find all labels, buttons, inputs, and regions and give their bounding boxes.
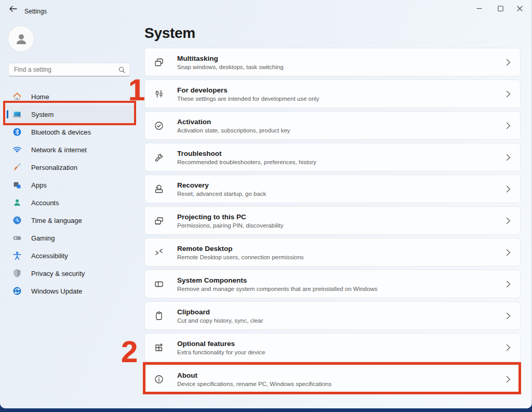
sidebar-item-windows-update[interactable]: Windows Update <box>4 282 136 300</box>
minimize-icon <box>476 6 482 11</box>
multitasking-icon <box>153 56 165 69</box>
developers-icon <box>153 88 165 100</box>
card-title: Recovery <box>177 181 506 189</box>
privacy-security-icon <box>12 269 22 278</box>
card-for-developers[interactable]: For developers These settings are intend… <box>144 79 521 108</box>
sidebar-item-label: Personalization <box>31 164 77 171</box>
sidebar-item-label: Windows Update <box>31 287 82 295</box>
chevron-right-icon <box>506 122 511 129</box>
chevron-right-icon <box>506 249 511 256</box>
card-system-components[interactable]: System Components Remove and manage syst… <box>144 270 521 298</box>
user-avatar-icon <box>14 31 29 47</box>
projecting-icon <box>153 215 165 227</box>
close-icon <box>517 6 523 11</box>
sidebar-item-label: Bluetooth & devices <box>31 128 91 136</box>
card-subtitle: Recommended troubleshooters, preferences… <box>177 159 506 165</box>
card-title: System Components <box>177 276 506 284</box>
card-subtitle: Extra functionality for your device <box>177 349 506 355</box>
sidebar-item-apps[interactable]: Apps <box>4 176 136 194</box>
sidebar-item-label: Time & language <box>31 217 82 224</box>
optional-features-icon <box>153 341 165 354</box>
sidebar-item-network-internet[interactable]: Network & internet <box>4 141 136 158</box>
chevron-right-icon <box>506 185 511 193</box>
windows-update-icon <box>12 286 22 296</box>
sidebar-item-label: Accessibility <box>31 252 68 260</box>
clipboard-icon <box>153 310 165 322</box>
card-subtitle: Reset, advanced startup, go back <box>177 191 506 197</box>
apps-icon <box>12 180 22 190</box>
chevron-right-icon <box>506 344 511 351</box>
card-title: Projecting to this PC <box>177 213 506 221</box>
card-subtitle: Activation state, subscriptions, product… <box>177 127 506 134</box>
remote-desktop-icon <box>153 246 165 259</box>
page-title: System <box>144 25 195 42</box>
sidebar-item-label: Privacy & security <box>31 270 85 277</box>
close-button[interactable] <box>508 0 531 17</box>
chevron-right-icon <box>506 90 511 98</box>
chevron-right-icon <box>506 217 511 224</box>
troubleshoot-icon <box>153 151 165 164</box>
personalization-icon <box>12 163 22 172</box>
card-subtitle: Remove and manage system components that… <box>177 286 506 292</box>
recovery-icon <box>153 183 165 195</box>
maximize-icon <box>498 6 503 11</box>
sidebar-item-bluetooth-devices[interactable]: Bluetooth & devices <box>4 123 136 141</box>
sidebar-item-label: Accounts <box>31 199 59 207</box>
accounts-icon <box>12 198 22 207</box>
card-title: Activation <box>177 118 506 126</box>
activation-icon <box>153 119 165 132</box>
sidebar-item-label: Home <box>31 93 49 101</box>
card-troubleshoot[interactable]: Troubleshoot Recommended troubleshooters… <box>144 143 521 171</box>
card-title: Optional features <box>177 340 506 348</box>
avatar[interactable] <box>8 26 34 51</box>
sidebar-item-personalization[interactable]: Personalization <box>4 158 136 176</box>
time-language-icon <box>12 216 22 225</box>
chevron-right-icon <box>506 281 511 288</box>
card-title: For developers <box>177 86 506 94</box>
search-icon[interactable] <box>116 67 127 73</box>
titlebar: Settings <box>0 0 531 18</box>
chevron-right-icon <box>506 154 511 161</box>
minimize-button[interactable] <box>468 0 491 17</box>
back-arrow-icon <box>9 6 17 12</box>
sidebar-item-accessibility[interactable]: Accessibility <box>4 247 136 264</box>
card-clipboard[interactable]: Clipboard Cut and copy history, sync, cl… <box>144 301 521 330</box>
card-projecting-to-this-pc[interactable]: Projecting to this PC Permissions, pairi… <box>144 206 521 235</box>
annotation-box-system <box>3 101 136 125</box>
annotation-step-2: 2 <box>121 337 138 367</box>
sidebar-item-label: Network & internet <box>31 146 87 154</box>
card-subtitle: Remote Desktop users, connection permiss… <box>177 254 506 260</box>
search-box <box>8 63 130 76</box>
card-subtitle: These settings are intended for developm… <box>177 96 506 102</box>
sidebar-item-accounts[interactable]: Accounts <box>4 194 136 211</box>
chevron-right-icon <box>506 59 511 66</box>
card-subtitle: Snap windows, desktops, task switching <box>177 64 506 70</box>
sidebar-item-label: Gaming <box>31 234 55 242</box>
card-activation[interactable]: Activation Activation state, subscriptio… <box>144 111 521 140</box>
card-title: Multitasking <box>177 55 506 62</box>
chevron-right-icon <box>506 312 511 320</box>
sidebar-item-gaming[interactable]: Gaming <box>4 229 136 247</box>
search-input[interactable] <box>9 66 116 73</box>
sidebar-item-label: Apps <box>31 181 47 189</box>
sidebar-item-time-language[interactable]: Time & language <box>4 211 136 229</box>
card-subtitle: Cut and copy history, sync, clear <box>177 317 506 324</box>
bluetooth-icon <box>12 127 22 137</box>
card-title: Clipboard <box>177 308 506 316</box>
sidebar-item-privacy-security[interactable]: Privacy & security <box>4 264 136 282</box>
annotation-box-about <box>143 362 521 394</box>
card-remote-desktop[interactable]: Remote Desktop Remote Desktop users, con… <box>144 238 521 267</box>
card-multitasking[interactable]: Multitasking Snap windows, desktops, tas… <box>144 48 521 76</box>
card-optional-features[interactable]: Optional features Extra functionality fo… <box>144 333 521 362</box>
card-title: Remote Desktop <box>177 245 506 252</box>
home-icon <box>12 92 22 101</box>
card-subtitle: Permissions, pairing PIN, discoverabilit… <box>177 222 506 229</box>
card-recovery[interactable]: Recovery Reset, advanced startup, go bac… <box>144 175 521 203</box>
back-button[interactable] <box>5 2 21 16</box>
system-components-icon <box>153 278 165 290</box>
settings-window: Settings Home <box>0 0 532 408</box>
gaming-icon <box>12 233 22 243</box>
app-title: Settings <box>24 8 47 15</box>
accessibility-icon <box>12 251 22 260</box>
card-title: Troubleshoot <box>177 150 506 157</box>
